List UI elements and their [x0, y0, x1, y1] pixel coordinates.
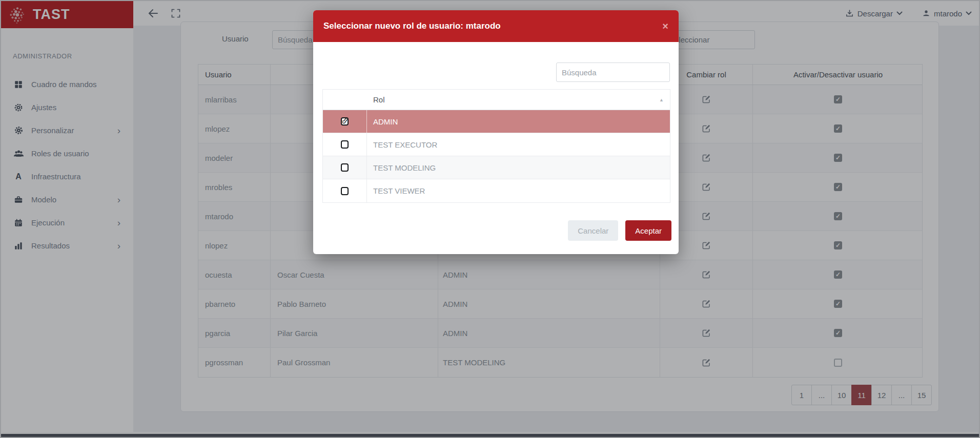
application-window: TAST ADMINISTRADOR Cuadro de mandos: [0, 0, 980, 438]
role-table-body: ADMIN TEST EXECUTOR TEST MODELIN: [323, 110, 670, 202]
role-row[interactable]: TEST VIEWER: [323, 179, 670, 202]
cancel-button[interactable]: Cancelar: [568, 220, 618, 241]
modal-header: Seleccionar nuevo rol de usuario: mtarod…: [313, 10, 679, 42]
role-row[interactable]: ADMIN: [323, 110, 670, 133]
role-checkbox[interactable]: [341, 140, 349, 149]
role-checkbox[interactable]: [341, 117, 349, 126]
close-icon[interactable]: ×: [662, 21, 668, 31]
role-label: TEST MODELING: [367, 156, 670, 179]
role-row[interactable]: TEST EXECUTOR: [323, 133, 670, 156]
accept-button[interactable]: Aceptar: [625, 220, 671, 241]
role-checkbox-header: [323, 90, 367, 110]
role-table: Rol ▲ ADMIN: [322, 89, 670, 203]
modal-footer: Cancelar Aceptar: [568, 220, 671, 241]
role-label: TEST EXECUTOR: [367, 133, 670, 156]
role-label: TEST VIEWER: [367, 179, 670, 202]
role-checkbox[interactable]: [341, 187, 349, 195]
role-search-input[interactable]: [556, 62, 670, 82]
role-row[interactable]: TEST MODELING: [323, 156, 670, 179]
sort-ascending-icon: ▲: [659, 97, 664, 102]
role-label: ADMIN: [367, 110, 670, 133]
role-table-header: Rol ▲: [323, 90, 670, 110]
select-role-modal: Seleccionar nuevo rol de usuario: mtarod…: [313, 10, 679, 254]
role-checkbox[interactable]: [341, 163, 349, 172]
rol-column-header[interactable]: Rol ▲: [367, 90, 670, 110]
modal-title: Seleccionar nuevo rol de usuario: mtarod…: [323, 21, 501, 31]
